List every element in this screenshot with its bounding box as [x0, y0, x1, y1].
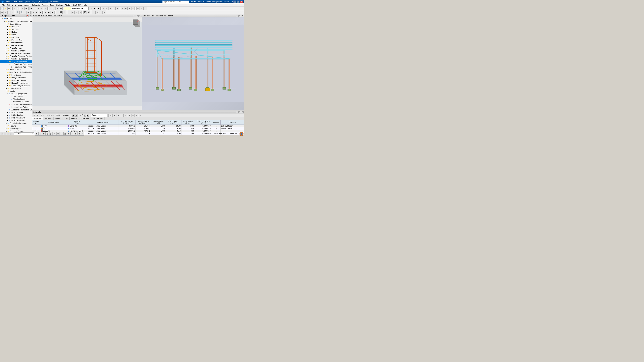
nav-item-load-wizards[interactable]: ▶ 📁 Load Wizards — [0, 87, 32, 90]
tb-v1[interactable]: ⊕ — [121, 7, 124, 10]
nav-item-sf-1[interactable]: ■ 1 - Foundation Plate | without Groundw… — [0, 63, 32, 65]
bt-add[interactable]: + — [120, 114, 124, 117]
tb2-9[interactable]: ↖ — [32, 10, 35, 14]
tb-r4[interactable]: ∑ — [112, 7, 116, 10]
bt-filter[interactable]: ⊡ — [109, 114, 112, 117]
bottom-panel-close[interactable]: ✕ — [241, 111, 244, 113]
tb-new[interactable]: 📄 — [0, 7, 4, 10]
menu-file[interactable]: File — [1, 4, 6, 6]
tb-v2[interactable]: ⊗ — [124, 7, 128, 10]
viewport-right-canvas[interactable] — [142, 17, 244, 110]
lc-label-dropdown[interactable]: LC1 — [64, 7, 71, 10]
tb-surface[interactable]: ▭ — [59, 7, 62, 10]
tb2-4[interactable]: ⤢ — [11, 10, 14, 14]
nav-item-sections[interactable]: ▶ 📁 Sections — [0, 28, 32, 31]
page-last-btn[interactable]: ►| — [87, 114, 90, 117]
nav-item-types-foundations[interactable]: ▼ 📁 Types for Foundations — [0, 57, 32, 60]
maximize-button[interactable]: □ — [237, 0, 240, 3]
orientation-cube[interactable]: +X — [132, 19, 140, 27]
bt-copy[interactable]: ⧉ — [128, 114, 131, 117]
sb-btn9[interactable]: ▣ — [64, 132, 67, 136]
nav-item-load-cases[interactable]: ▶ 📁 Load Cases — [0, 73, 32, 76]
tb-redo2[interactable]: ↻ — [140, 7, 143, 10]
nav-item-member-loads[interactable]: ↓ Member Loads — [0, 98, 32, 100]
tb2-13[interactable]: ◧ — [47, 10, 50, 14]
tb2-25[interactable]: ✎ — [96, 10, 99, 14]
tb2-1[interactable]: ⊞ — [0, 10, 4, 14]
options-edit-icon[interactable]: ✎ — [216, 130, 217, 132]
tb2-21[interactable]: ◁ — [78, 10, 82, 14]
nav-item-results[interactable]: ▶ 📁 Results — [0, 124, 32, 127]
nav-item-imperfections[interactable]: ▶ 📁 Imperfections — [0, 68, 32, 71]
nav-item-lc3[interactable]: ▶ ▣ LC3 - Nutzlast — [0, 114, 32, 116]
menu-calculate[interactable]: Calculate — [31, 4, 41, 6]
tab-sections[interactable]: Sections — [43, 117, 53, 120]
menu-edit[interactable]: Edit — [6, 4, 11, 6]
tb-r1[interactable]: ≡ — [102, 7, 105, 10]
tb2-20[interactable]: ▽ — [75, 10, 78, 14]
sb-btn5[interactable]: ▷ — [49, 132, 53, 136]
bt-info[interactable]: ℹ — [135, 114, 138, 117]
nav-item-types-special[interactable]: ▶ 📁 Types for Special Objects — [0, 52, 32, 55]
minimize-button[interactable]: ─ — [234, 0, 236, 3]
tb-open[interactable]: 📁 — [4, 7, 7, 10]
bottom-menu-goto[interactable]: Go To — [32, 114, 40, 116]
nav-item-imposed-line[interactable]: ⊕ Imposed Line Deformations — [0, 106, 32, 108]
viewport-left-canvas[interactable]: +X — [32, 17, 142, 110]
tb2-2[interactable]: ↕ — [4, 10, 7, 14]
bt-search[interactable]: 🔍 — [139, 114, 142, 117]
vp-left-close[interactable]: ✕ — [139, 15, 141, 17]
status-btn-4[interactable]: ▶ — [10, 133, 12, 135]
bottom-panel-max[interactable]: □ — [238, 111, 241, 113]
bottom-menu-edit[interactable]: Edit — [40, 114, 45, 116]
tab-members[interactable]: Members — [70, 117, 80, 120]
menu-help[interactable]: Help — [82, 4, 88, 6]
tb2-6[interactable]: 🔎 — [20, 10, 23, 14]
nav-item-single-foundations[interactable]: ▼ 📁 Single Foundations — [0, 60, 32, 63]
sb-btn2[interactable]: ↕ — [39, 132, 42, 136]
bt-del[interactable]: − — [124, 114, 127, 117]
tb-save[interactable]: 💾 — [8, 7, 11, 10]
menu-cadbim[interactable]: CAD-BIM — [72, 4, 82, 6]
tab-linesets[interactable]: Line Sets — [80, 117, 91, 120]
tab-materials[interactable]: Materials — [32, 117, 43, 120]
vp-right-min[interactable]: ─ — [236, 15, 238, 17]
tb2-18[interactable]: △ — [68, 10, 71, 14]
tb-line[interactable]: ╱ — [52, 7, 56, 10]
tb-b5[interactable]: ⊟ — [44, 7, 47, 10]
tb-node[interactable]: · — [49, 7, 52, 10]
tb2-24[interactable]: ⋯ — [92, 10, 95, 14]
tb2-3[interactable]: ↔ — [8, 10, 11, 14]
nav-item-members[interactable]: ▶ 📁 Members — [0, 36, 32, 39]
tb2-7[interactable]: ⊡ — [23, 10, 26, 14]
nav-item-lcc[interactable]: ▼ 📁 Load Cases & Combinations — [0, 71, 32, 73]
vp-right-close[interactable]: ✕ — [241, 15, 243, 17]
page-first-btn[interactable]: |◄ — [72, 114, 74, 117]
bottom-panel-min[interactable]: ─ — [236, 111, 238, 113]
tb2-23[interactable]: 🔳 — [87, 10, 90, 14]
nav-item-load-combs[interactable]: ▶ 📁 Load Combinations — [0, 79, 32, 82]
nav-item-static-analysis[interactable]: ▶ 📁 Static Analysis Settings — [0, 84, 32, 87]
nav-item-types-concrete[interactable]: ▶ 📁 Types for Concrete Design — [0, 55, 32, 57]
menu-options[interactable]: Options — [55, 4, 64, 6]
lc-name-dropdown[interactable]: Eigengewicht▾ — [71, 7, 88, 10]
nav-item-concrete-design[interactable]: ▶ 📁 Concrete Design — [0, 130, 32, 132]
status-lc-dropdown[interactable]: 1 - Global XYZ▾ — [14, 132, 34, 135]
tb-b3[interactable]: ◈ — [36, 7, 40, 10]
tb2-27[interactable]: ✕ — [102, 10, 106, 14]
close-button[interactable]: ✕ — [240, 0, 243, 3]
nav-item-project[interactable]: ▼ 📁 Main-Test_Hall_Foundation_No-Res.rf6… — [0, 20, 32, 23]
edit-icon[interactable]: ✎ — [210, 125, 211, 127]
status-btn-3[interactable]: ■ — [7, 133, 10, 135]
vp-right-max[interactable]: □ — [238, 15, 241, 17]
menu-window[interactable]: Window — [64, 4, 72, 6]
nav-item-member-sets[interactable]: ▶ 📁 Member Sets — [0, 39, 32, 41]
tb2-22[interactable]: 🔲 — [83, 10, 87, 14]
options-edit-icon[interactable]: ✎ — [216, 125, 217, 127]
tb-cross[interactable]: ✕ — [144, 7, 147, 10]
table-row[interactable]: 1 C35/45 Concrete Isotropic | Linear Ela… — [32, 125, 244, 127]
nav-item-nodes[interactable]: ▶ 📁 Nodes — [0, 31, 32, 33]
tb2-19[interactable]: ▷ — [71, 10, 75, 14]
tab-lines[interactable]: Lines — [62, 117, 70, 120]
tb-v3[interactable]: ◎ — [128, 7, 131, 10]
